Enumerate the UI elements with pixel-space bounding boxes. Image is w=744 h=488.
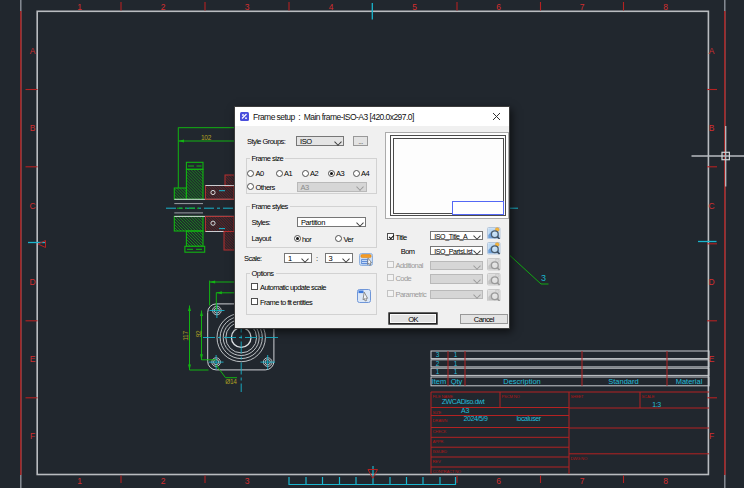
svg-text:APPR.: APPR. (433, 439, 445, 444)
svg-text:Item: Item (432, 377, 447, 386)
svg-text:7: 7 (580, 476, 585, 486)
svg-text:102: 102 (201, 134, 212, 141)
svg-text:3: 3 (436, 351, 440, 358)
svg-text:SCALE: SCALE (642, 394, 655, 399)
svg-text:117: 117 (182, 331, 189, 341)
svg-text:2: 2 (436, 360, 440, 367)
svg-text:A: A (30, 46, 36, 56)
svg-text:ZWCADiso.dwt: ZWCADiso.dwt (442, 398, 485, 405)
svg-text:5: 5 (412, 2, 417, 12)
svg-text:1: 1 (436, 368, 440, 375)
svg-text:CONTRACT NO: CONTRACT NO (433, 469, 462, 474)
svg-text:B: B (709, 123, 715, 133)
svg-text:1: 1 (454, 351, 458, 358)
svg-text:1: 1 (454, 360, 458, 367)
svg-text:1:3: 1:3 (652, 401, 661, 408)
svg-text:REV: REV (433, 459, 441, 464)
svg-text:Qty: Qty (451, 377, 463, 386)
svg-text:4: 4 (329, 2, 334, 12)
svg-text:E: E (709, 354, 715, 364)
svg-text:Standard: Standard (608, 377, 638, 386)
svg-text:8: 8 (663, 2, 668, 12)
svg-text:B: B (30, 123, 36, 133)
svg-text:Description: Description (503, 377, 541, 386)
svg-text:1: 1 (454, 368, 458, 375)
svg-text:PSCM NO: PSCM NO (502, 394, 521, 399)
svg-text:3: 3 (245, 2, 250, 12)
svg-text:A: A (709, 46, 715, 56)
svg-text:D: D (29, 277, 35, 287)
svg-text:DRAWN: DRAWN (433, 418, 448, 423)
svg-text:E: E (30, 354, 36, 364)
svg-text:1: 1 (77, 476, 82, 486)
svg-text:3: 3 (541, 273, 546, 283)
svg-text:2: 2 (161, 476, 166, 486)
svg-text:C: C (29, 201, 35, 211)
svg-text:localuser: localuser (516, 415, 541, 422)
svg-text:7: 7 (580, 2, 585, 12)
svg-text:D: D (708, 277, 714, 287)
svg-text:F: F (709, 431, 714, 441)
svg-text:F: F (30, 431, 35, 441)
svg-text:3: 3 (245, 476, 250, 486)
svg-text:C: C (708, 201, 714, 211)
svg-text:DWG NO: DWG NO (571, 456, 588, 461)
svg-text:6: 6 (496, 476, 501, 486)
svg-text:Ø14: Ø14 (225, 378, 237, 385)
svg-text:ISSUED: ISSUED (433, 449, 448, 454)
svg-text:A3: A3 (461, 407, 469, 414)
svg-text:SHEET: SHEET (571, 394, 585, 399)
svg-text:1: 1 (77, 2, 82, 12)
svg-text:6: 6 (496, 2, 501, 12)
svg-text:8: 8 (663, 476, 668, 486)
svg-text:2024/5/9: 2024/5/9 (463, 415, 488, 422)
svg-text:2: 2 (161, 2, 166, 12)
svg-text:Material: Material (676, 377, 703, 386)
svg-text:CHECK: CHECK (433, 429, 447, 434)
svg-text:SIZE: SIZE (433, 410, 442, 415)
svg-text:92: 92 (195, 330, 202, 337)
